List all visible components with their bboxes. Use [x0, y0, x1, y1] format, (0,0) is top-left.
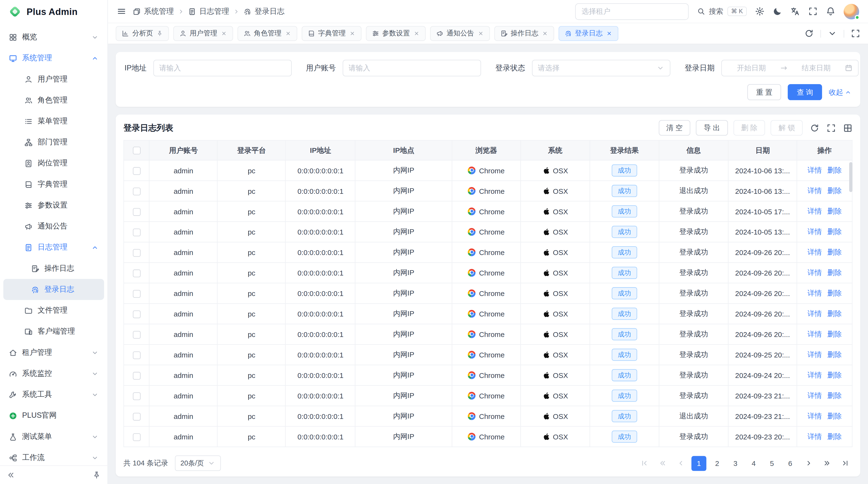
- page-button-3[interactable]: 3: [728, 456, 743, 471]
- tab-param-settings[interactable]: 参数设置: [366, 26, 425, 41]
- detail-link[interactable]: 详情: [807, 165, 822, 175]
- reset-button[interactable]: 重 置: [747, 84, 781, 100]
- delete-link[interactable]: 删除: [827, 206, 842, 216]
- clear-button[interactable]: 清 空: [658, 120, 690, 135]
- detail-link[interactable]: 详情: [807, 350, 822, 360]
- close-tab-icon[interactable]: [542, 30, 548, 36]
- ip-filter-input[interactable]: 请输入: [153, 60, 291, 76]
- close-tab-icon[interactable]: [349, 30, 355, 36]
- page-button-6[interactable]: 6: [783, 456, 798, 471]
- tab-options-icon[interactable]: [828, 29, 837, 38]
- close-tab-icon[interactable]: [221, 30, 227, 36]
- sidebar-item-op-log[interactable]: 操作日志: [3, 258, 104, 279]
- detail-link[interactable]: 详情: [807, 411, 822, 421]
- row-checkbox[interactable]: [133, 331, 140, 338]
- breadcrumb-item[interactable]: 系统管理: [133, 6, 174, 16]
- delete-link[interactable]: 删除: [827, 227, 842, 237]
- sidebar-item-user-mgmt[interactable]: 用户管理: [3, 69, 104, 90]
- row-checkbox[interactable]: [133, 290, 140, 298]
- unlock-button[interactable]: 解 锁: [771, 120, 803, 135]
- row-checkbox[interactable]: [133, 228, 140, 236]
- sidebar-item-client-mgmt[interactable]: 客户端管理: [3, 321, 104, 342]
- sidebar-item-workflow[interactable]: 工作流: [3, 447, 104, 465]
- status-filter-select[interactable]: 请选择: [532, 60, 670, 76]
- row-checkbox[interactable]: [133, 167, 140, 175]
- prev-page-button[interactable]: [673, 456, 688, 471]
- next-page-button[interactable]: [801, 456, 816, 471]
- settings-icon[interactable]: [755, 7, 765, 16]
- last-page-button[interactable]: [838, 456, 852, 471]
- breadcrumb-item[interactable]: 登录日志: [244, 6, 284, 16]
- page-button-5[interactable]: 5: [765, 456, 779, 471]
- notifications-icon[interactable]: [826, 7, 835, 16]
- row-checkbox[interactable]: [133, 269, 140, 277]
- user-avatar[interactable]: [844, 4, 859, 19]
- detail-link[interactable]: 详情: [807, 309, 822, 319]
- prev-group-button[interactable]: [655, 456, 670, 471]
- delete-link[interactable]: 删除: [827, 165, 842, 175]
- column-settings-icon[interactable]: [843, 123, 852, 133]
- collapse-filter-link[interactable]: 收起: [829, 87, 851, 97]
- row-checkbox[interactable]: [133, 351, 140, 359]
- sidebar-item-post-mgmt[interactable]: 岗位管理: [3, 153, 104, 174]
- tab-login-log[interactable]: 登录日志: [558, 26, 618, 41]
- delete-link[interactable]: 删除: [827, 329, 842, 339]
- sidebar-item-file-mgmt[interactable]: 文件管理: [3, 300, 104, 321]
- tab-user-mgmt[interactable]: 用户管理: [173, 26, 233, 41]
- delete-link[interactable]: 删除: [827, 247, 842, 257]
- detail-link[interactable]: 详情: [807, 247, 822, 257]
- tab-op-log[interactable]: 操作日志: [494, 26, 554, 41]
- tab-role-mgmt[interactable]: 角色管理: [237, 26, 297, 41]
- sidebar-item-sys-monitor[interactable]: 系统监控: [3, 363, 104, 384]
- detail-link[interactable]: 详情: [807, 227, 822, 237]
- close-tab-icon[interactable]: [413, 30, 419, 36]
- row-checkbox[interactable]: [133, 188, 140, 195]
- row-checkbox[interactable]: [133, 311, 140, 318]
- page-button-2[interactable]: 2: [710, 456, 724, 471]
- page-size-select[interactable]: 20条/页: [175, 456, 221, 471]
- detail-link[interactable]: 详情: [807, 432, 822, 442]
- first-page-button[interactable]: [637, 456, 651, 471]
- row-checkbox[interactable]: [133, 433, 140, 441]
- row-checkbox[interactable]: [133, 208, 140, 216]
- pin-icon[interactable]: [92, 471, 100, 479]
- dark-mode-icon[interactable]: [773, 7, 782, 16]
- sidebar-item-role-mgmt[interactable]: 角色管理: [3, 90, 104, 110]
- delete-link[interactable]: 删除: [827, 288, 842, 298]
- close-tab-icon[interactable]: [477, 30, 484, 36]
- delete-link[interactable]: 删除: [827, 309, 842, 319]
- refresh-list-icon[interactable]: [810, 123, 819, 133]
- delete-link[interactable]: 删除: [827, 268, 842, 278]
- close-tab-icon[interactable]: [285, 30, 291, 36]
- detail-link[interactable]: 详情: [807, 391, 822, 400]
- tab-dict-mgmt[interactable]: 字典管理: [301, 26, 361, 41]
- delete-link[interactable]: 删除: [827, 186, 842, 196]
- sidebar-item-tenant-mgmt[interactable]: 租户管理: [3, 342, 104, 363]
- detail-link[interactable]: 详情: [807, 268, 822, 278]
- detail-link[interactable]: 详情: [807, 329, 822, 339]
- tenant-select[interactable]: 选择租户: [575, 3, 689, 20]
- language-icon[interactable]: [790, 7, 800, 16]
- collapse-sidebar-icon[interactable]: [7, 471, 15, 479]
- export-button[interactable]: 导 出: [696, 120, 728, 135]
- sidebar-item-notice[interactable]: 通知公告: [3, 216, 104, 237]
- delete-link[interactable]: 删除: [827, 411, 842, 421]
- content-fullscreen-icon[interactable]: [851, 29, 860, 38]
- query-button[interactable]: 查 询: [788, 84, 822, 100]
- account-filter-input[interactable]: 请输入: [343, 60, 481, 76]
- sidebar-item-overview[interactable]: 概览: [3, 27, 104, 47]
- sidebar-item-system-mgmt[interactable]: 系统管理: [3, 47, 104, 68]
- table-scrollbar[interactable]: [849, 162, 852, 192]
- sidebar-item-login-log[interactable]: 登录日志: [3, 279, 104, 300]
- fullscreen-icon[interactable]: [808, 7, 817, 16]
- detail-link[interactable]: 详情: [807, 288, 822, 298]
- sidebar-item-param-settings[interactable]: 参数设置: [3, 195, 104, 216]
- sidebar-item-sys-tools[interactable]: 系统工具: [3, 384, 104, 405]
- tab-analysis[interactable]: 分析页: [116, 26, 168, 41]
- delete-link[interactable]: 删除: [827, 432, 842, 442]
- delete-link[interactable]: 删除: [827, 391, 842, 400]
- select-all-checkbox[interactable]: [133, 147, 140, 155]
- page-button-4[interactable]: 4: [746, 456, 761, 471]
- next-group-button[interactable]: [819, 456, 834, 471]
- row-checkbox[interactable]: [133, 392, 140, 400]
